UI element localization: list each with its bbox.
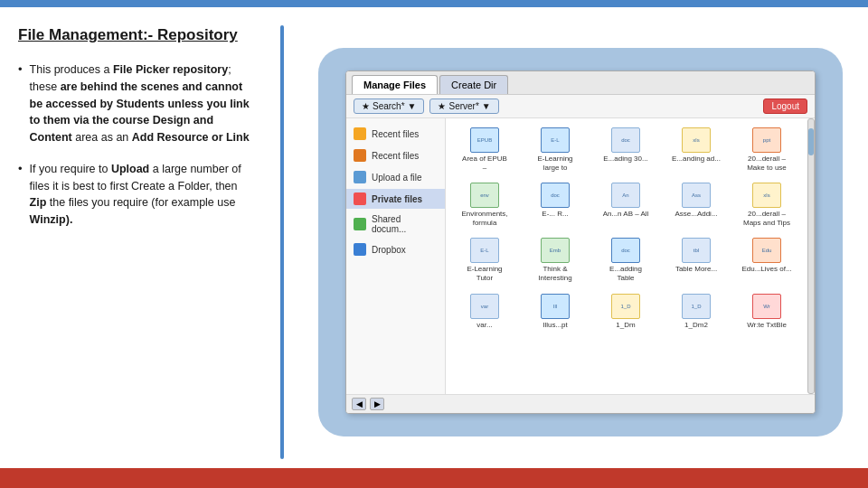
file-icon: EPUB — [470, 127, 499, 153]
slide: File Management:- Repository • This prod… — [0, 0, 868, 488]
list-item[interactable]: doc E-... R... — [522, 179, 589, 230]
chevron-icon: ▼ — [408, 101, 417, 111]
file-name: E...ading 30... — [603, 155, 647, 164]
file-icon: Emb — [541, 238, 570, 263]
list-item[interactable]: var var... — [451, 290, 518, 333]
file-name: Asse...Addi... — [675, 210, 717, 219]
list-item[interactable]: An An...n AB – All — [592, 179, 659, 230]
sidebar-upload[interactable]: Upload a file — [346, 167, 445, 187]
slide-title: File Management:- Repository — [18, 25, 253, 45]
server-button[interactable]: ★ Server* ▼ — [429, 99, 498, 114]
left-panel: File Management:- Repository • This prod… — [18, 25, 253, 459]
tab-create-dir[interactable]: Create Dir — [439, 75, 508, 94]
file-icon: An — [611, 183, 640, 208]
list-item[interactable]: 1_D 1_Dm2 — [663, 290, 730, 333]
star-icon: ★ — [362, 101, 370, 111]
recent-files-icon — [354, 127, 366, 140]
file-name: Wr:te TxtBle — [747, 321, 787, 330]
file-name: E...adding Table — [600, 265, 651, 282]
file-icon: Edu — [752, 238, 781, 263]
file-name: 20...derall – Maps and Tips — [741, 210, 792, 227]
file-icon: Ill — [541, 294, 570, 319]
list-item[interactable]: Wr Wr:te TxtBle — [733, 290, 800, 333]
file-icon: Ass — [682, 183, 711, 208]
bottom-bar — [0, 468, 868, 488]
chevron-icon-2: ▼ — [482, 101, 491, 111]
file-name: Illus...pt — [542, 321, 568, 330]
file-name: E-Learning Tutor — [459, 265, 510, 282]
file-name: var... — [476, 321, 492, 330]
list-item[interactable]: xls E...anding ad... — [663, 124, 730, 175]
bullet-text-2: If you require to Upload a large number … — [30, 161, 253, 229]
file-name: E-... R... — [542, 210, 568, 219]
file-icon: ppt — [752, 127, 781, 153]
shared-docs-label: Shared docum... — [372, 214, 438, 234]
file-name: Environments, formula — [459, 210, 510, 227]
list-item[interactable]: E-L E-Learning Tutor — [451, 234, 518, 286]
file-name: An...n AB – All — [603, 210, 649, 219]
list-item[interactable]: Ass Asse...Addi... — [663, 179, 730, 230]
file-icon: env — [470, 183, 499, 208]
fp-sidebar: Recent files Recent files Upload a file — [346, 118, 446, 394]
fp-file-grid: EPUB Area of EPUB – E-L E-Learning large… — [451, 124, 800, 333]
file-icon: Wr — [752, 294, 781, 319]
dropbox-icon — [354, 243, 366, 256]
sidebar-recent-files-2[interactable]: Recent files — [346, 145, 445, 165]
file-icon: doc — [611, 127, 640, 153]
fp-body: Recent files Recent files Upload a file — [346, 118, 815, 394]
shared-docs-icon — [354, 218, 366, 230]
file-picker-window: Manage Files Create Dir ★ Search* ▼ ★ Se… — [345, 70, 816, 414]
file-icon: 1_D — [682, 294, 711, 319]
private-files-label: Private files — [372, 194, 422, 204]
file-name: Think & Interesting — [530, 265, 580, 282]
file-icon: var — [470, 294, 499, 319]
rounded-box: Manage Files Create Dir ★ Search* ▼ ★ Se… — [318, 48, 843, 436]
list-item[interactable]: Emb Think & Interesting — [522, 234, 589, 286]
search-button[interactable]: ★ Search* ▼ — [354, 99, 424, 114]
server-label: Server* — [448, 101, 478, 111]
file-icon: 1_D — [611, 294, 640, 319]
recent-files-icon-2 — [354, 149, 366, 162]
dropbox-label: Dropbox — [372, 245, 406, 255]
nav-next-button[interactable]: ▶ — [370, 398, 384, 410]
file-icon: xls — [752, 183, 781, 208]
list-item[interactable]: Ill Illus...pt — [522, 290, 589, 333]
list-item[interactable]: EPUB Area of EPUB – — [451, 124, 518, 175]
list-item[interactable]: doc E...adding Table — [592, 234, 659, 286]
list-item[interactable]: E-L E-Learning large to — [522, 124, 589, 175]
bullet-item-2: • If you require to Upload a large numbe… — [18, 161, 253, 229]
fp-bottom-bar: ◀ ▶ — [346, 394, 815, 413]
right-panel: Manage Files Create Dir ★ Search* ▼ ★ Se… — [311, 25, 850, 459]
scroll-thumb — [808, 128, 814, 155]
bullet-item-1: • This produces a File Picker repository… — [18, 61, 253, 146]
file-icon: xls — [682, 127, 711, 153]
list-item[interactable]: tbl Table More... — [663, 234, 730, 286]
file-icon: doc — [611, 238, 640, 263]
list-item[interactable]: Edu Edu...Lives of... — [733, 234, 800, 286]
logout-button[interactable]: Logout — [763, 99, 807, 114]
list-item[interactable]: env Environments, formula — [451, 179, 518, 230]
sidebar-dropbox[interactable]: Dropbox — [346, 239, 445, 259]
list-item[interactable]: 1_D 1_Dm — [592, 290, 659, 333]
sidebar-recent-files[interactable]: Recent files — [346, 124, 445, 144]
file-icon: tbl — [682, 238, 711, 263]
file-name: 1_Dm2 — [684, 321, 708, 330]
search-label: Search* — [373, 101, 405, 111]
file-name: E-Learning large to — [530, 155, 580, 172]
scrollbar[interactable] — [807, 118, 815, 394]
fp-file-grid-area: EPUB Area of EPUB – E-L E-Learning large… — [446, 118, 806, 394]
tab-manage-files[interactable]: Manage Files — [352, 75, 438, 94]
bullet-dot-1: • — [18, 62, 23, 76]
list-item[interactable]: xls 20...derall – Maps and Tips — [733, 179, 800, 230]
file-icon: doc — [541, 183, 570, 208]
nav-prev-button[interactable]: ◀ — [352, 398, 366, 410]
file-name: Area of EPUB – — [459, 155, 510, 172]
list-item[interactable]: doc E...ading 30... — [592, 124, 659, 175]
star-icon-2: ★ — [438, 101, 446, 111]
sidebar-shared-docs[interactable]: Shared docum... — [346, 211, 445, 238]
upload-icon — [354, 171, 366, 183]
file-name: Table More... — [675, 265, 717, 274]
fp-toolbar: ★ Search* ▼ ★ Server* ▼ Logout — [346, 95, 815, 118]
list-item[interactable]: ppt 20...derall – Make to use — [733, 124, 800, 175]
sidebar-private-files[interactable]: Private files — [346, 189, 445, 209]
